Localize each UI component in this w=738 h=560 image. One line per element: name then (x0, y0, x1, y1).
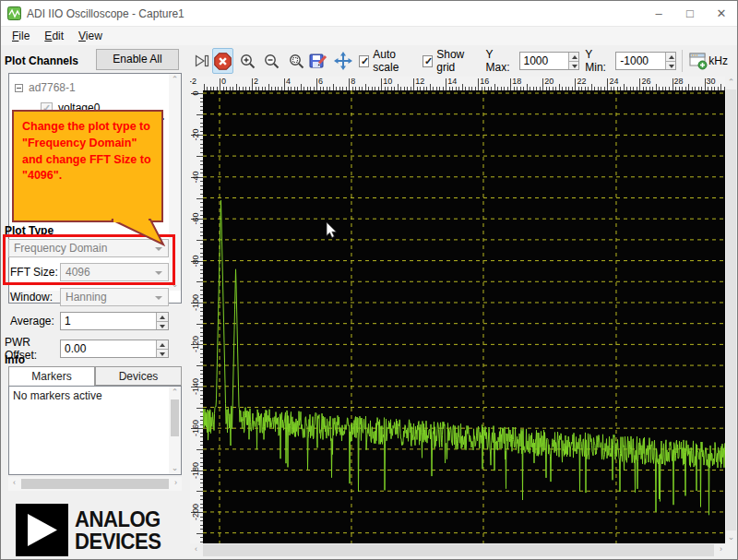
title-bar: ADI IIO Oscilloscope - Capture1 – □ ✕ (1, 1, 737, 27)
y-max-label: Y Max: (486, 48, 516, 74)
info-tabs: Markers Devices (8, 366, 182, 386)
new-plot-icon[interactable] (688, 48, 708, 74)
y-max-input[interactable] (520, 53, 568, 69)
y-min-spinbox (615, 52, 676, 70)
spin-down-icon[interactable] (666, 62, 676, 70)
window-row: Window: Hanning (10, 288, 169, 306)
average-input[interactable] (61, 313, 156, 329)
spin-up-icon[interactable] (157, 313, 168, 322)
plot-area[interactable] (203, 90, 727, 543)
average-row: Average: (10, 312, 169, 330)
plot-horizontal-scrollbar[interactable]: ‹ › (190, 543, 727, 557)
scroll-left-icon[interactable]: ‹ (8, 477, 20, 489)
scrollbar-thumb[interactable] (21, 479, 169, 489)
auto-scale-control: Auto scale (359, 48, 417, 74)
markers-info-panel: No markers active ⌃ ⌄ (8, 386, 182, 475)
maximize-button[interactable]: □ (674, 1, 706, 26)
show-grid-checkbox[interactable] (423, 55, 433, 67)
y-min-input[interactable] (616, 53, 664, 69)
window-controls: – □ ✕ (643, 1, 737, 26)
stop-capture-icon[interactable] (212, 48, 233, 74)
auto-scale-label: Auto scale (373, 48, 417, 74)
tab-devices[interactable]: Devices (95, 366, 182, 386)
chevron-down-icon (155, 296, 162, 300)
plot-channels-header: Plot Channels Enable All (5, 49, 183, 71)
tree-device-row[interactable]: ad7768-1 (15, 81, 76, 94)
menu-file[interactable]: File (5, 28, 37, 44)
x-axis-ruler: -202468101214161820222426283032 (190, 77, 727, 90)
scroll-up-icon[interactable]: ⌃ (725, 77, 737, 89)
scroll-up-icon[interactable]: ⌃ (169, 74, 181, 86)
markers-status-text: No markers active (13, 389, 102, 402)
pan-icon[interactable] (333, 48, 353, 74)
device-label: ad7768-1 (29, 81, 76, 94)
toolbar-separator (682, 50, 683, 72)
scroll-right-icon[interactable]: › (715, 543, 727, 555)
tab-markers[interactable]: Markers (8, 366, 95, 386)
spin-up-icon[interactable] (666, 53, 676, 62)
zoom-fit-icon[interactable] (286, 48, 306, 74)
enable-all-button[interactable]: Enable All (96, 49, 179, 70)
plot-channels-label: Plot Channels (5, 54, 78, 67)
scrollbar-thumb[interactable] (171, 399, 179, 436)
auto-scale-checkbox[interactable] (359, 55, 369, 67)
pwr-offset-spinbox (60, 340, 169, 358)
scroll-down-icon[interactable]: ⌄ (169, 462, 181, 474)
scroll-left-icon[interactable]: ‹ (190, 543, 202, 555)
window-value: Hanning (65, 291, 107, 304)
window-label: Window: (10, 291, 60, 304)
logo-line1: ANALOG (75, 508, 161, 530)
analog-devices-logo: ANALOG DEVICES (16, 504, 164, 556)
scroll-down-icon[interactable]: ⌄ (725, 531, 737, 543)
average-spinbox (60, 312, 169, 330)
app-icon (7, 6, 21, 20)
plot-pane: Auto scale Show grid Y Max: Y Min: (190, 45, 737, 559)
y-axis-ruler: 0-20-40-60-80-100-120-140-160-180-200 (190, 90, 203, 543)
sidebar: Plot Channels Enable All ad7768-1 voltag… (1, 45, 190, 559)
menu-bar: File Edit View (1, 27, 737, 45)
show-grid-label: Show grid (436, 48, 478, 74)
scrollbar-thumb[interactable] (726, 89, 736, 530)
x-axis-unit-label: kHz (708, 54, 728, 67)
plot-toolbar: Auto scale Show grid Y Max: Y Min: (190, 45, 737, 77)
spin-up-icon[interactable] (157, 340, 168, 350)
zoom-out-icon[interactable] (261, 48, 281, 74)
average-label: Average: (10, 315, 60, 328)
collapse-expander-icon[interactable] (15, 84, 23, 92)
fft-plot (203, 90, 727, 543)
instruction-callout: Change the plot type to "Frequency Domai… (12, 110, 163, 222)
adi-triangle-icon (16, 504, 68, 556)
window-select[interactable]: Hanning (60, 288, 169, 306)
window-title: ADI IIO Oscilloscope - Capture1 (27, 7, 184, 20)
scrollbar-thumb[interactable] (203, 544, 714, 556)
capture-play-icon[interactable] (192, 48, 212, 74)
spin-down-icon[interactable] (157, 350, 168, 358)
zoom-in-icon[interactable] (237, 48, 257, 74)
spin-down-icon[interactable] (569, 62, 579, 70)
scroll-right-icon[interactable]: › (170, 477, 182, 489)
spin-down-icon[interactable] (157, 322, 168, 330)
save-plot-icon[interactable] (308, 48, 328, 74)
show-grid-control: Show grid (423, 48, 479, 74)
pwr-offset-row: PWR Offset: (5, 336, 169, 362)
info-horizontal-scrollbar[interactable]: ‹ › (8, 477, 182, 491)
minimize-button[interactable]: – (643, 1, 674, 26)
logo-line2: DEVICES (75, 530, 161, 553)
close-button[interactable]: ✕ (706, 1, 737, 26)
y-min-label: Y Min: (585, 48, 612, 74)
menu-edit[interactable]: Edit (37, 28, 71, 44)
pwr-offset-input[interactable] (61, 340, 156, 357)
info-section-label: Info (5, 353, 25, 366)
scroll-up-icon[interactable]: ⌃ (169, 387, 181, 399)
menu-view[interactable]: View (71, 28, 110, 44)
spin-up-icon[interactable] (569, 53, 579, 62)
app-window: ADI IIO Oscilloscope - Capture1 – □ ✕ Fi… (0, 0, 738, 560)
plot-vertical-scrollbar[interactable]: ⌃ ⌄ (725, 77, 737, 543)
y-max-spinbox (519, 52, 580, 70)
info-vertical-scrollbar[interactable]: ⌃ ⌄ (169, 387, 181, 474)
callout-tail (110, 219, 167, 246)
